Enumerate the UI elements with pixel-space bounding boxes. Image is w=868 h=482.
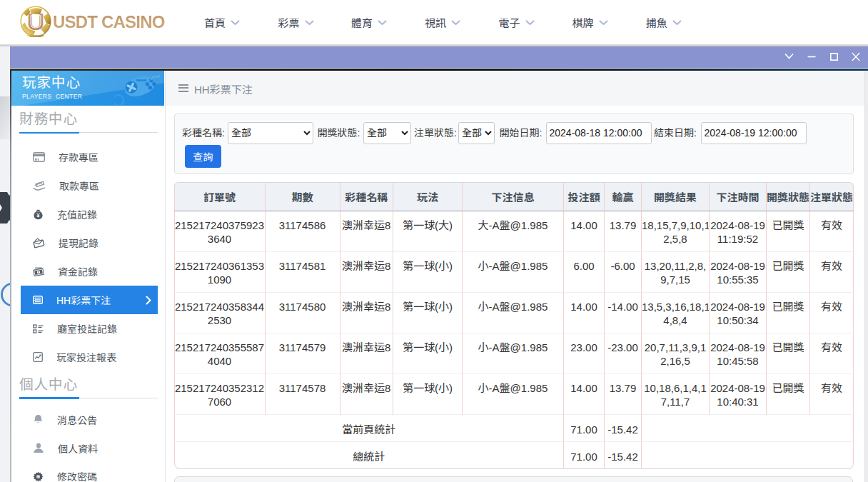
svg-text:Casino: Casino (30, 34, 41, 38)
svg-text:U: U (30, 13, 42, 31)
